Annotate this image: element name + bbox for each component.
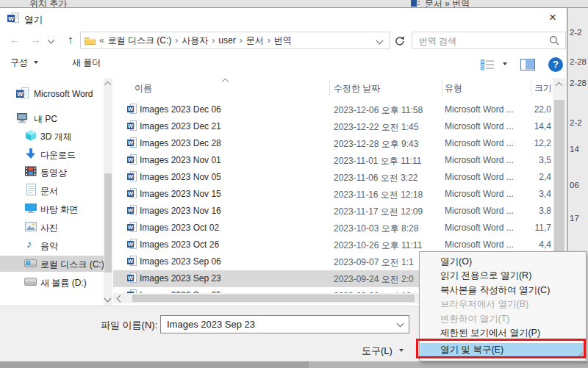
file-size: 3,8 bbox=[475, 206, 551, 216]
scroll-down-icon[interactable] bbox=[104, 295, 112, 303]
new-folder-button[interactable]: 새 폴더 bbox=[72, 57, 101, 69]
search-input[interactable]: 번역 검색 bbox=[412, 32, 566, 49]
back-button[interactable]: ← bbox=[6, 30, 24, 49]
column-separator[interactable] bbox=[442, 80, 442, 96]
breadcrumb-item-documents[interactable]: 문서 bbox=[246, 35, 264, 47]
table-row[interactable]: W Images 2023 Nov 15 2023-11-16 오전 12:18… bbox=[113, 186, 567, 203]
breadcrumb-item-current[interactable]: 번역 bbox=[274, 35, 292, 47]
filename-input[interactable]: Images 2023 Sep 23 bbox=[160, 315, 409, 333]
sidebar-scrollbar-thumb[interactable] bbox=[104, 173, 112, 273]
file-date: 2023-10-03 오후 8:28 bbox=[334, 223, 418, 235]
table-row[interactable]: W Images 2023 Dec 06 2023-12-06 오후 11:58… bbox=[113, 101, 567, 118]
svg-text:W: W bbox=[17, 90, 24, 98]
background-bottom-strip bbox=[309, 361, 588, 368]
sidebar-item-label: 내 PC bbox=[34, 113, 57, 126]
word-file-icon: W bbox=[127, 171, 137, 183]
file-date: 2023-09-24 오전 2:0 bbox=[334, 273, 414, 286]
sidebar-item-documents[interactable]: 문서 bbox=[0, 182, 104, 198]
breadcrumb-item-drive[interactable]: 로컬 디스크 (C:) bbox=[108, 35, 172, 47]
column-header-name[interactable]: 이름 bbox=[135, 82, 152, 95]
column-separator[interactable] bbox=[531, 80, 531, 96]
organize-button[interactable]: 구성 bbox=[10, 57, 28, 69]
file-name: Images 2023 Nov 16 bbox=[140, 206, 221, 216]
file-size: 4,4 bbox=[475, 239, 551, 250]
sidebar-item-microsoft-word[interactable]: W Microsoft Word bbox=[0, 86, 104, 102]
sidebar-item-label: 로컬 디스크 (C:) bbox=[40, 259, 104, 271]
sidebar-item-new-volume-d[interactable]: 새 볼륨 (D:) bbox=[0, 274, 104, 290]
sidebar-item-label: Microsoft Word bbox=[34, 89, 93, 99]
tools-button[interactable]: 도구(L) bbox=[362, 344, 392, 358]
sidebar-item-label: 사진 bbox=[40, 222, 58, 234]
background-text-fragment: 17 bbox=[570, 214, 579, 223]
background-text-fragment: 2-2 bbox=[570, 118, 582, 127]
pc-icon bbox=[16, 113, 28, 123]
search-icon[interactable] bbox=[549, 35, 560, 46]
up-button[interactable]: ↑ bbox=[62, 30, 79, 49]
tools-dropdown-icon[interactable] bbox=[399, 349, 404, 352]
filename-dropdown-icon[interactable] bbox=[397, 320, 404, 328]
file-name: Images 2023 Dec 28 bbox=[140, 138, 221, 148]
help-button[interactable]: ? bbox=[548, 57, 563, 72]
view-mode-icon[interactable] bbox=[481, 59, 495, 71]
folder-icon bbox=[85, 36, 96, 45]
hscrollbar-thumb[interactable] bbox=[132, 295, 415, 302]
forward-button[interactable]: → bbox=[26, 30, 44, 49]
breadcrumb-item-users[interactable]: 사용자 bbox=[182, 35, 208, 47]
menu-item-open-readonly[interactable]: 읽기 전용으로 열기(R) bbox=[420, 269, 585, 283]
close-button[interactable]: × bbox=[539, 8, 567, 28]
scroll-up-icon[interactable] bbox=[556, 82, 563, 90]
table-row[interactable]: W Images 2023 Nov 16 2023-11-17 오전 12:09… bbox=[113, 203, 567, 220]
file-name: Images 2023 Oct 02 bbox=[140, 223, 219, 233]
column-header-type[interactable]: 유형 bbox=[445, 82, 462, 95]
dialog-title: 열기 bbox=[24, 14, 43, 26]
table-row[interactable]: W Images 2023 Nov 01 2023-11-01 오후 11:11… bbox=[113, 152, 567, 169]
word-file-icon: W bbox=[127, 273, 137, 284]
refresh-icon[interactable] bbox=[394, 35, 406, 46]
sidebar-scrollbar[interactable] bbox=[104, 78, 112, 306]
file-size: 2,4 bbox=[475, 172, 551, 182]
table-row[interactable]: W Images 2023 Dec 21 2023-12-22 오전 1:45 … bbox=[113, 118, 567, 135]
sidebar-item-desktop[interactable]: 바탕 화면 bbox=[0, 201, 104, 217]
file-name: Images 2023 Nov 01 bbox=[140, 155, 221, 165]
sidebar-item-my-pc[interactable]: 내 PC bbox=[0, 110, 104, 126]
menu-item-open-as-copy[interactable]: 복사본을 작성하여 열기(C) bbox=[420, 284, 585, 297]
view-mode-dropdown-icon[interactable] bbox=[503, 62, 507, 65]
word-file-icon: W bbox=[127, 239, 137, 250]
svg-text:W: W bbox=[128, 190, 134, 197]
column-separator[interactable] bbox=[329, 80, 330, 96]
column-header-date[interactable]: 수정한 날짜 bbox=[334, 82, 380, 95]
recent-locations-dropdown-icon[interactable] bbox=[48, 37, 55, 44]
sidebar-item-local-disk-c[interactable]: 로컬 디스크 (C:) bbox=[0, 256, 104, 272]
breadcrumb-dropdown-icon[interactable] bbox=[376, 37, 384, 44]
scroll-left-icon[interactable] bbox=[117, 295, 124, 303]
table-row[interactable]: W Images 2023 Dec 28 2023-12-28 오후 9:43 … bbox=[113, 135, 567, 152]
column-header-size[interactable]: 크기 bbox=[534, 82, 552, 95]
disk-d-icon bbox=[24, 277, 37, 286]
sidebar-item-downloads[interactable]: 다운로드 bbox=[0, 146, 104, 162]
breadcrumb-item-user[interactable]: user bbox=[218, 35, 235, 46]
disk-c-icon bbox=[24, 259, 37, 268]
background-text-fragment: 위치 추가 bbox=[29, 0, 67, 8]
file-date: 2023-09-07 오전 1:1 bbox=[334, 256, 414, 269]
organize-dropdown-icon[interactable] bbox=[34, 61, 38, 64]
sidebar-item-music[interactable]: ♪ 음악 bbox=[0, 237, 104, 253]
sidebar-item-pictures[interactable]: 사진 bbox=[0, 219, 104, 235]
file-date: 2023-12-22 오전 1:45 bbox=[334, 121, 418, 134]
file-date: 2023-11-16 오전 12:18 bbox=[334, 189, 423, 201]
sidebar-item-videos[interactable]: 동영상 bbox=[0, 164, 104, 180]
word-file-icon: W bbox=[127, 256, 137, 267]
scroll-up-icon[interactable] bbox=[104, 82, 112, 89]
word-file-icon: W bbox=[127, 104, 137, 115]
breadcrumb: « 로컬 디스크 (C:) › 사용자 › user › 문서 › 번역 bbox=[80, 32, 390, 49]
sidebar-item-3d-objects[interactable]: 3D 개체 bbox=[0, 128, 104, 144]
word-mini-icon bbox=[411, 0, 420, 7]
sidebar-item-label: 문서 bbox=[40, 185, 58, 198]
menu-item-open[interactable]: 열기(O) bbox=[420, 255, 585, 269]
file-size: 3,5 bbox=[475, 155, 551, 165]
background-text-fragment: 2-28 bbox=[570, 57, 587, 66]
preview-pane-icon[interactable] bbox=[520, 59, 535, 71]
svg-text:W: W bbox=[128, 207, 134, 214]
table-row[interactable]: W Images 2023 Oct 02 2023-10-03 오후 8:28 … bbox=[113, 220, 567, 237]
file-date: 2023-11-01 오후 11:11 bbox=[334, 155, 421, 167]
table-row[interactable]: W Images 2023 Nov 05 2023-11-06 오전 3:22 … bbox=[113, 169, 567, 186]
